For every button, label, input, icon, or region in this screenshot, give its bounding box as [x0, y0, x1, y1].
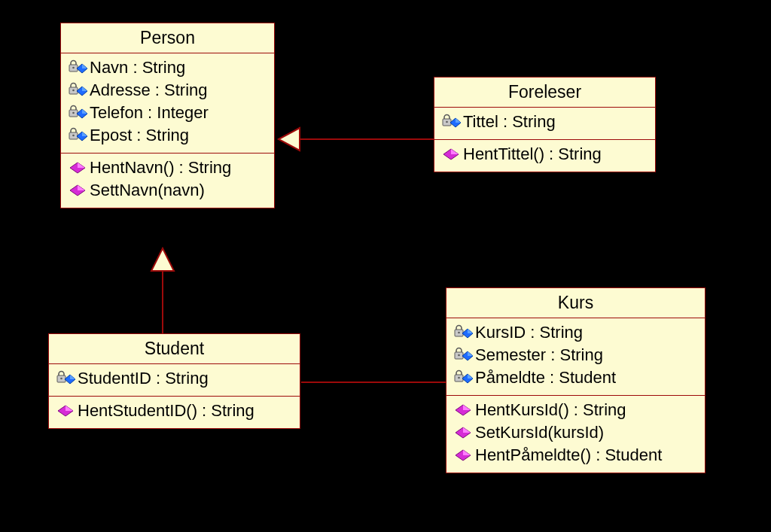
methods-section: HentTittel() : String [434, 140, 655, 172]
method-label: HentTittel() : String [463, 143, 602, 166]
attribute-row: Navn : String [67, 56, 268, 79]
attribute-label: Tittel : String [463, 111, 556, 133]
diamond-icon [453, 402, 474, 418]
attribute-row: Tittel : String [440, 111, 649, 133]
class-title: Student [49, 334, 300, 364]
attribute-label: StudentID : String [78, 367, 209, 390]
diamond-icon [440, 146, 462, 163]
method-row: HentTittel() : String [440, 143, 649, 166]
attribute-row: StudentID : String [55, 367, 294, 390]
attribute-label: Adresse : String [90, 79, 208, 102]
method-row: HentNavn() : String [67, 157, 268, 179]
attribute-label: KursID : String [475, 321, 583, 344]
attribute-row: Adresse : String [67, 79, 268, 102]
diamond-icon [453, 447, 474, 464]
svg-marker-8 [279, 128, 300, 150]
lock-diamond-icon [440, 114, 462, 130]
diamond-icon [453, 402, 474, 418]
attribute-label: Telefon : Integer [90, 102, 209, 124]
class-student: Student StudentID : String HentStudentID… [48, 333, 300, 429]
attribute-row: KursID : String [453, 321, 699, 344]
diamond-icon [67, 182, 88, 199]
class-title: Kurs [446, 288, 705, 318]
lock-diamond-icon [67, 82, 88, 99]
diamond-icon [453, 424, 474, 441]
attribute-label: Påmeldte : Student [475, 366, 616, 389]
class-title: Person [61, 23, 274, 53]
lock-diamond-icon [67, 59, 88, 76]
method-label: HentPåmeldte() : Student [475, 444, 662, 467]
attributes-section: Navn : String Adresse : String Telefon :… [61, 53, 274, 154]
attribute-label: Semester : String [475, 344, 603, 366]
uml-canvas: { "classes": { "person": { "name": "Pers… [0, 0, 771, 532]
method-row: HentKursId() : String [453, 399, 699, 421]
lock-diamond-icon [67, 105, 88, 121]
class-kurs: Kurs KursID : String Semester : String P… [446, 287, 705, 473]
method-row: SetKursId(kursId) [453, 421, 699, 444]
methods-section: HentKursId() : String SetKursId(kursId) … [446, 396, 705, 473]
attribute-row: Epost : String [67, 124, 268, 147]
lock-diamond-icon [453, 324, 474, 341]
svg-marker-10 [151, 248, 174, 271]
attribute-row: Telefon : Integer [67, 102, 268, 124]
lock-diamond-icon [453, 369, 474, 386]
lock-diamond-icon [55, 370, 76, 387]
methods-section: HentStudentID() : String [49, 397, 300, 428]
attributes-section: KursID : String Semester : String Påmeld… [446, 318, 705, 396]
attribute-label: Navn : String [90, 56, 185, 79]
class-person: Person Navn : String Adresse : String Te… [60, 23, 275, 208]
diamond-icon [67, 160, 88, 176]
method-label: HentNavn() : String [90, 157, 231, 179]
attributes-section: StudentID : String [49, 364, 300, 397]
method-label: HentKursId() : String [475, 399, 626, 421]
class-foreleser: Foreleser Tittel : String HentTittel() :… [434, 77, 656, 172]
lock-diamond-icon [67, 127, 88, 144]
method-label: SettNavn(navn) [90, 179, 205, 202]
method-row: SettNavn(navn) [67, 179, 268, 202]
method-label: HentStudentID() : String [78, 400, 254, 422]
diamond-icon [55, 403, 76, 419]
method-row: HentStudentID() : String [55, 400, 294, 422]
method-label: SetKursId(kursId) [475, 421, 604, 444]
method-row: HentPåmeldte() : Student [453, 444, 699, 467]
attribute-row: Påmeldte : Student [453, 366, 699, 389]
class-title: Foreleser [434, 78, 655, 108]
lock-diamond-icon [453, 347, 474, 363]
attributes-section: Tittel : String [434, 108, 655, 140]
attribute-row: Semester : String [453, 344, 699, 366]
methods-section: HentNavn() : String SettNavn(navn) [61, 154, 274, 208]
attribute-label: Epost : String [90, 124, 189, 147]
